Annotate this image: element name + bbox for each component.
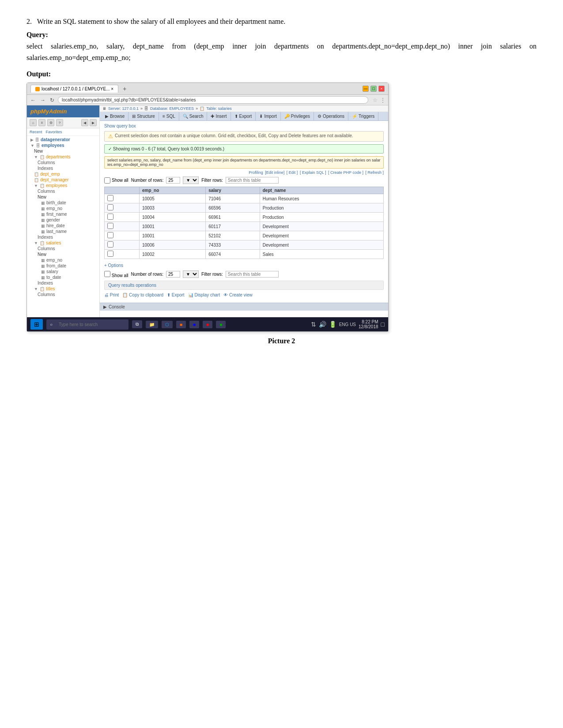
tree-item-sal-emp-no[interactable]: ▦ emp_no (27, 257, 99, 263)
network-icon[interactable]: ⇅ (311, 321, 316, 328)
volume-icon[interactable]: 🔊 (319, 321, 326, 328)
tree-item-birth-date[interactable]: ▦ birth_date (27, 200, 99, 206)
maximize-btn[interactable]: □ (370, 86, 377, 92)
bottom-rows-select[interactable]: ▼ (183, 270, 199, 278)
tree-item-first-name[interactable]: ▦ first_name (27, 211, 99, 217)
tree-item-gender[interactable]: ▦ gender (27, 217, 99, 223)
sql-icon-btn[interactable]: ≡ (38, 119, 45, 126)
copy-link[interactable]: 📋 Copy to clipboard (122, 293, 163, 297)
options-toggle[interactable]: + Options (104, 263, 123, 268)
forward-btn[interactable]: → (39, 97, 46, 103)
table-crumb[interactable]: Table: salaries (206, 106, 232, 111)
new-tab-btn[interactable]: + (121, 85, 128, 92)
tree-item-sal-new[interactable]: New (27, 251, 99, 257)
favorites-link[interactable]: Favorites (46, 130, 62, 134)
tree-item-emp-columns[interactable]: Columns (27, 188, 99, 194)
settings-icon-btn[interactable]: ⚙ (47, 119, 54, 126)
tree-item-titles-columns[interactable]: Columns (27, 292, 99, 297)
db-crumb[interactable]: Database: EMPLOYEES (150, 106, 194, 111)
address-bar[interactable]: localhost/phpmyadmin/tbl_sql.php?db=EMPL… (58, 96, 368, 104)
row-checkbox[interactable] (107, 251, 113, 257)
file-explorer-btn[interactable]: 📁 (146, 321, 158, 328)
minimize-btn[interactable]: — (363, 86, 369, 92)
refresh-btn[interactable]: ↻ (49, 97, 55, 103)
tree-item-departments[interactable]: ▼ 📋 departments (27, 154, 99, 160)
close-btn[interactable]: × (378, 86, 385, 92)
bottom-rows-input[interactable] (166, 271, 180, 278)
battery-icon[interactable]: 🔋 (329, 321, 336, 328)
tree-item-to-date[interactable]: ▦ to_date (27, 274, 99, 280)
recent-link[interactable]: Recent (30, 130, 42, 134)
row-checkbox[interactable] (107, 195, 113, 201)
browser-tab[interactable]: localhost / 127.0.0.1 / EMPLOYE... × (30, 85, 118, 93)
tab-structure[interactable]: ⊞ Structure (128, 112, 159, 120)
tab-insert[interactable]: ✚ Insert (207, 112, 230, 120)
tree-item-new[interactable]: New (27, 148, 99, 154)
filter-text-input[interactable] (226, 177, 279, 184)
tab-browse[interactable]: ▶ Browse (102, 112, 128, 120)
tree-item-employees-tbl[interactable]: ▼ 📋 employees (27, 183, 99, 188)
taskbar-search-input[interactable] (54, 321, 125, 328)
edit-inline-link[interactable]: [Edit inline] (265, 170, 284, 175)
home-icon-btn[interactable]: ⌂ (30, 119, 37, 126)
tree-item-sal-indexes[interactable]: Indexes (27, 280, 99, 286)
app1-btn[interactable]: ■ (176, 321, 186, 328)
menu-icon[interactable]: ⋮ (380, 97, 385, 103)
chart-link[interactable]: 📊 Display chart (188, 293, 220, 297)
rows-select[interactable]: ▼ (183, 176, 199, 184)
tab-sql[interactable]: ≡ SQL (159, 112, 179, 120)
app2-btn[interactable]: ■ (189, 321, 199, 328)
row-checkbox[interactable] (107, 232, 113, 238)
row-checkbox[interactable] (107, 223, 113, 229)
create-php-link[interactable]: [ Create PHP code ] (328, 170, 363, 175)
row-checkbox[interactable] (107, 214, 113, 220)
tree-item-emp-new[interactable]: New (27, 194, 99, 200)
start-button[interactable]: ⊞ (30, 319, 43, 330)
expand-right-btn[interactable]: ▶ (90, 119, 97, 126)
explain-sql-link[interactable]: [ Explain SQL ] (300, 170, 326, 175)
tree-item-emp-indexes[interactable]: Indexes (27, 234, 99, 240)
show-all-checkbox[interactable] (104, 177, 110, 184)
tree-item-dept-emp[interactable]: 📋 dept_emp (27, 171, 99, 177)
tree-item-datagenerator[interactable]: ▶ 🗄 datagenerator (27, 137, 99, 143)
tab-operations[interactable]: ⚙ Operations (314, 112, 348, 120)
tab-search[interactable]: 🔍 Search (179, 112, 208, 120)
help-icon-btn[interactable]: ? (56, 119, 63, 126)
refresh-link[interactable]: [ Refresh ] (365, 170, 384, 175)
tree-item-emp-no[interactable]: ▦ emp_no (27, 206, 99, 211)
bookmark-icon[interactable]: ☆ (373, 97, 378, 103)
export-link[interactable]: ⬆ Export (167, 293, 185, 297)
edge-btn[interactable]: ⬡ (162, 321, 173, 328)
rows-input[interactable] (166, 177, 180, 184)
search-taskbar-btn[interactable]: ○ (46, 319, 128, 330)
notification-icon[interactable]: □ (381, 321, 385, 328)
col-header-salary[interactable]: salary (206, 187, 260, 194)
tab-triggers[interactable]: ⚡ Triggers (348, 112, 378, 120)
tree-item-dept-columns[interactable]: Columns (27, 160, 99, 165)
task-view-btn[interactable]: ⧉ (132, 320, 142, 328)
show-query-box-link[interactable]: Show query box (104, 124, 384, 128)
tree-item-hire-date[interactable]: ▦ hire_date (27, 223, 99, 229)
tree-item-salaries[interactable]: ▼ 📋 salaries (27, 240, 99, 246)
back-btn[interactable]: ← (30, 97, 37, 103)
tree-item-salary-col[interactable]: ▦ salary (27, 269, 99, 274)
edit-link[interactable]: [ Edit ] (287, 170, 298, 175)
pma-console-bar[interactable]: ▶ Console (100, 303, 388, 311)
tab-import[interactable]: ⬇ Import (256, 112, 280, 120)
tree-item-dept-indexes[interactable]: Indexes (27, 165, 99, 171)
print-link[interactable]: 🖨 Print (104, 293, 119, 297)
col-header-dept-name[interactable]: dept_name (260, 187, 383, 194)
tree-item-employees-db[interactable]: ▼ 🗄 employees (27, 143, 99, 148)
row-checkbox[interactable] (107, 241, 113, 248)
bottom-show-all-checkbox[interactable] (104, 271, 110, 277)
tree-item-titles[interactable]: ▼ 📋 titles (27, 286, 99, 292)
create-view-link[interactable]: 👁 Create view (223, 293, 253, 297)
app3-btn[interactable]: ■ (203, 321, 212, 328)
tree-item-from-date[interactable]: ▦ from_date (27, 263, 99, 269)
app4-btn[interactable]: ■ (216, 321, 226, 328)
collapse-left-btn[interactable]: ◀ (81, 119, 88, 126)
tree-item-last-name[interactable]: ▦ last_name (27, 229, 99, 234)
tree-item-sal-columns[interactable]: Columns (27, 246, 99, 251)
tree-item-dept-manager[interactable]: 📋 dept_manager (27, 177, 99, 183)
tab-privileges[interactable]: 🔑 Privileges (281, 112, 314, 120)
